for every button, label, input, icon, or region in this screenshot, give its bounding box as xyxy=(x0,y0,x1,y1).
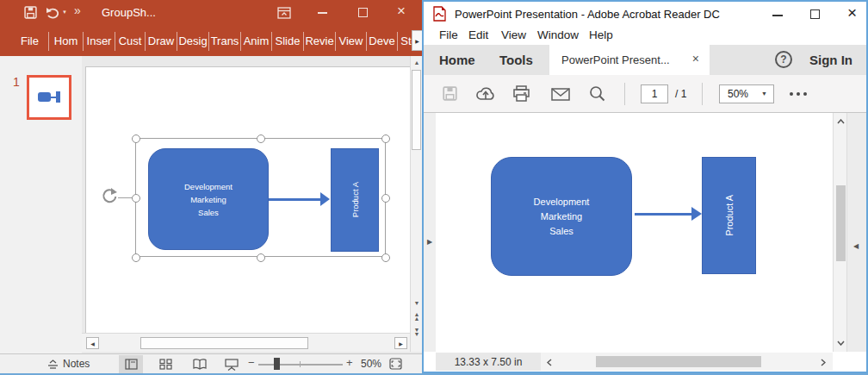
menu-window[interactable]: Window xyxy=(537,28,579,41)
slideshow-view-button[interactable] xyxy=(220,355,244,373)
tab-home[interactable]: Home xyxy=(439,53,475,67)
tab-custom[interactable]: Cust xyxy=(115,32,146,51)
scroll-right-button[interactable]: ▶ xyxy=(394,337,407,349)
pdf-page[interactable]: Development Marketing Sales Product A xyxy=(436,113,833,352)
acrobat-menubar: File Edit View Window Help xyxy=(424,26,866,45)
share-upload-icon[interactable] xyxy=(475,85,496,103)
sign-in-button[interactable]: Sign In xyxy=(809,53,852,67)
minimize-button[interactable] xyxy=(318,12,327,14)
navigation-pane-expand-icon[interactable]: ▶ xyxy=(427,238,432,246)
acrobat-toolbar: / 1 50% ▼ xyxy=(424,75,866,113)
pdf-connector-arrow-head xyxy=(691,207,702,221)
zoom-slider-midpoint xyxy=(300,361,301,367)
acrobat-bottom-bar: 13.33 x 7.50 in xyxy=(424,352,866,372)
menu-help[interactable]: Help xyxy=(589,28,613,41)
scroll-up-icon[interactable] xyxy=(837,119,845,124)
selection-handle-bottom-middle[interactable] xyxy=(257,253,265,262)
horizontal-scroll-thumb[interactable] xyxy=(140,337,308,349)
scroll-left-icon[interactable] xyxy=(547,359,552,366)
more-tools-button[interactable] xyxy=(790,92,807,96)
tab-slideshow[interactable]: Slide xyxy=(272,32,304,51)
close-button[interactable]: × xyxy=(847,3,857,22)
slide-thumbnail[interactable] xyxy=(27,75,71,120)
vertical-scroll-thumb[interactable] xyxy=(836,185,846,261)
tab-home[interactable]: Hom xyxy=(49,32,84,51)
page-size-indicator: 13.33 x 7.50 in xyxy=(436,353,541,371)
pdf-horizontal-scrollbar[interactable] xyxy=(541,353,833,371)
toolbar-separator xyxy=(702,83,703,105)
powerpoint-window-title: GroupSh... xyxy=(102,6,156,19)
reading-view-button[interactable] xyxy=(188,355,212,373)
tab-review[interactable]: Revie xyxy=(304,32,336,51)
next-slide-button[interactable]: ▼ ▼ xyxy=(411,328,423,336)
print-icon[interactable] xyxy=(512,85,530,103)
tools-pane-expand-icon[interactable]: ◀ xyxy=(853,242,859,250)
tab-insert[interactable]: Inser xyxy=(84,32,115,51)
selection-handle-bottom-right[interactable] xyxy=(381,253,390,262)
close-button[interactable]: × xyxy=(397,3,406,20)
rotate-handle-icon[interactable] xyxy=(101,187,118,204)
slide-sorter-view-button[interactable] xyxy=(153,355,177,373)
selection-handle-top-left[interactable] xyxy=(132,134,140,143)
selection-handle-top-middle[interactable] xyxy=(257,134,265,143)
vertical-scroll-thumb[interactable] xyxy=(412,70,421,150)
slide-vertical-scrollbar[interactable]: ▲ ▼ ▲ ▲ ▼ ▼ xyxy=(410,56,423,352)
scroll-down-icon[interactable]: ▼ xyxy=(411,300,423,307)
maximize-button[interactable] xyxy=(358,8,368,17)
ribbon-display-options-icon[interactable] xyxy=(277,7,291,19)
tab-developer[interactable]: Deve xyxy=(367,32,398,51)
undo-dropdown-caret-icon[interactable]: ▼ xyxy=(62,9,67,15)
selection-handle-middle-right[interactable] xyxy=(381,194,390,203)
help-icon[interactable]: ? xyxy=(775,51,792,68)
shape-text-line: Marketing xyxy=(190,193,226,206)
zoom-in-button[interactable]: + xyxy=(346,356,353,369)
normal-view-button[interactable] xyxy=(119,355,143,373)
tab-document-active[interactable]: PowerPoint Present... × xyxy=(549,45,710,75)
selection-handle-top-right[interactable] xyxy=(381,134,390,143)
zoom-level-button[interactable]: 50% xyxy=(361,358,381,370)
scroll-left-button[interactable]: ◀ xyxy=(86,337,99,349)
tab-file[interactable]: File xyxy=(11,32,49,51)
scroll-up-icon[interactable]: ▲ xyxy=(411,59,423,66)
tab-animations[interactable]: Anim xyxy=(241,32,272,51)
fit-slide-to-window-icon[interactable] xyxy=(388,357,403,371)
selection-handle-middle-left[interactable] xyxy=(132,194,140,203)
zoom-slider-thumb[interactable] xyxy=(274,358,280,370)
qat-more-icon[interactable]: » xyxy=(74,3,81,17)
selection-handle-bottom-left[interactable] xyxy=(132,253,140,262)
scroll-right-icon[interactable] xyxy=(821,359,826,366)
email-icon[interactable] xyxy=(551,88,570,101)
zoom-slider-track[interactable] xyxy=(258,364,343,366)
slide-horizontal-scrollbar[interactable]: ◀ ▶ xyxy=(82,333,410,352)
tab-transitions[interactable]: Trans xyxy=(209,32,241,51)
pdf-shape-text-line: Development xyxy=(534,195,590,209)
menu-edit[interactable]: Edit xyxy=(468,28,488,41)
save-icon[interactable] xyxy=(24,6,37,19)
notes-button[interactable]: Notes xyxy=(63,358,90,370)
ribbon-tab-row: File Hom Inser Cust Draw Desig Trans Ani… xyxy=(0,26,424,56)
scroll-down-icon[interactable] xyxy=(837,341,845,346)
zoom-level-dropdown[interactable]: 50% ▼ xyxy=(719,84,774,103)
product-rectangle-shape[interactable]: Product A xyxy=(331,148,379,252)
menu-view[interactable]: View xyxy=(501,28,526,41)
tab-design[interactable]: Desig xyxy=(177,32,209,51)
undo-icon[interactable] xyxy=(46,7,59,19)
previous-slide-button[interactable]: ▲ ▲ xyxy=(411,312,423,321)
shape-text-line: Sales xyxy=(198,206,219,219)
zoom-out-button[interactable]: − xyxy=(248,356,255,369)
connector-arrow[interactable] xyxy=(269,198,320,201)
minimize-button[interactable] xyxy=(772,15,783,16)
tab-draw[interactable]: Draw xyxy=(146,32,177,51)
pdf-vertical-scrollbar[interactable] xyxy=(833,113,847,352)
menu-file[interactable]: File xyxy=(439,28,458,41)
search-icon[interactable] xyxy=(589,85,605,102)
page-number-input[interactable] xyxy=(641,84,668,103)
maximize-button[interactable] xyxy=(810,9,820,19)
rounded-rectangle-shape[interactable]: Development Marketing Sales xyxy=(148,148,269,250)
tab-view[interactable]: View xyxy=(336,32,367,51)
tab-close-icon[interactable]: × xyxy=(692,52,699,66)
slideshow-icon xyxy=(225,359,239,371)
horizontal-scroll-thumb[interactable] xyxy=(596,356,761,367)
tab-tools[interactable]: Tools xyxy=(499,53,533,67)
pdf-shape-text-vertical: Product A xyxy=(724,195,735,236)
